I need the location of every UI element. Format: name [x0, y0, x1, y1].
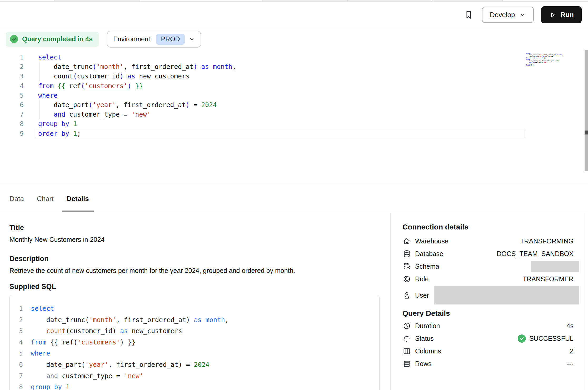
tab-data[interactable]: Data	[9, 185, 24, 212]
line-number: 8	[10, 382, 23, 390]
code-text: where	[23, 348, 50, 359]
code-text: date_part('year', first_ordered_at) = 20…	[23, 359, 210, 371]
code-text: count(customer_id) as new_customers	[24, 72, 190, 81]
code-text: order by 1;	[24, 129, 81, 138]
query-status-row: Query completed in 4s Environment: PROD	[0, 28, 588, 50]
code-text: group by 1	[23, 382, 70, 390]
chevron-down-icon	[520, 12, 526, 18]
code-line: 8group by 1	[0, 119, 236, 129]
detail-row-database: DatabaseDOCS_TEAM_SANDBOX	[402, 247, 574, 260]
detail-value: TRANSFORMING	[520, 237, 574, 245]
detail-value: TRANSFORMER	[523, 275, 574, 283]
code-line: 7 and customer_type = 'new'	[0, 110, 236, 119]
tab-strip-divider	[347, 0, 348, 1]
scrollbar-thumb[interactable]	[585, 131, 588, 134]
code-text: date_trunc('month', first_ordered_at) as…	[24, 62, 236, 72]
supplied-sql-code: 1select2 date_trunc('month', first_order…	[10, 303, 379, 390]
query-completed-text: Query completed in 4s	[22, 35, 93, 43]
tab-strip-segment	[262, 0, 347, 1]
code-line: 1select	[10, 303, 379, 314]
role-icon	[402, 275, 411, 283]
supplied-sql-heading: Supplied SQL	[9, 282, 390, 291]
line-number: 9	[0, 129, 24, 138]
status-success-badge: SUCCESSFUL	[518, 334, 574, 343]
code-line: 9order by 1;	[0, 129, 236, 138]
code-line: 6 date_part('year', first_ordered_at) = …	[10, 359, 379, 371]
code-text: select	[24, 53, 62, 62]
status-icon	[402, 334, 411, 343]
connection-details-heading: Connection details	[402, 223, 574, 232]
user-icon	[402, 291, 411, 299]
detail-label: User	[415, 292, 429, 299]
redacted-value	[434, 286, 579, 304]
redacted-value	[531, 261, 579, 272]
check-circle-icon	[10, 35, 18, 43]
code-line: 9order by 1;	[525, 65, 556, 67]
detail-row-rows: Rows---	[402, 357, 574, 370]
detail-value: SUCCESSFUL	[529, 335, 574, 342]
tab-strip-segment	[432, 0, 502, 1]
code-text: from {{ ref('customers') }}	[24, 81, 143, 91]
columns-icon	[402, 347, 411, 355]
title-value: Monthly New Customers in 2024	[9, 236, 390, 243]
detail-label: Status	[415, 335, 434, 342]
tab-strip-segment	[348, 0, 431, 1]
code-line: 4from {{ ref('customers') }}	[10, 337, 379, 348]
schema-icon	[402, 262, 411, 271]
detail-value: ---	[567, 360, 574, 368]
query-details-heading: Query Details	[402, 309, 574, 318]
develop-button[interactable]: Develop	[482, 7, 534, 23]
develop-button-label: Develop	[490, 11, 515, 19]
code-text: and customer_type = 'new'	[23, 371, 143, 382]
editor-minimap[interactable]: 1select2 date_trunc('month', first_order…	[525, 53, 556, 67]
tab-strip-divider	[262, 0, 262, 1]
run-button[interactable]: Run	[541, 6, 582, 23]
tab-strip-divider	[502, 0, 503, 1]
detail-label: Rows	[415, 360, 432, 368]
check-circle-icon	[518, 334, 526, 343]
code-text: count(customer_id) as new_customers	[23, 326, 182, 337]
detail-row-role: RoleTRANSFORMER	[402, 273, 574, 285]
line-number: 5	[0, 91, 24, 100]
tab-strip-divider	[139, 0, 139, 1]
sql-editor[interactable]: 1select2 date_trunc('month', first_order…	[0, 50, 588, 185]
line-number: 2	[10, 314, 23, 326]
code-text: select	[23, 303, 54, 314]
code-line: 1select	[0, 53, 236, 62]
code-text: date_trunc('month', first_ordered_at) as…	[23, 314, 229, 326]
detail-value: 2	[570, 347, 574, 355]
detail-value: DOCS_TEAM_SANDBOX	[497, 250, 574, 258]
code-text: and customer_type = 'new'	[24, 110, 151, 119]
tab-chart[interactable]: Chart	[37, 185, 54, 212]
details-left-column: Title Monthly New Customers in 2024 Desc…	[0, 213, 390, 390]
bookmark-icon[interactable]	[463, 9, 475, 21]
line-number: 5	[10, 348, 23, 359]
code-line: 8group by 1	[10, 382, 379, 390]
code-text: where	[24, 91, 58, 100]
query-details-rows: Duration4sStatusSUCCESSFULColumns2Rows--…	[402, 319, 574, 370]
tab-details[interactable]: Details	[67, 185, 89, 212]
line-number: 4	[10, 337, 23, 348]
code-line: 6 date_part('year', first_ordered_at) = …	[0, 100, 236, 110]
line-number: 7	[10, 371, 23, 382]
query-completed-badge: Query completed in 4s	[6, 32, 99, 47]
environment-dropdown[interactable]: Environment: PROD	[107, 31, 201, 48]
result-tabbar: DataChartDetails	[0, 185, 588, 212]
description-value: Retrieve the count of new customers per …	[9, 267, 390, 274]
warehouse-icon	[402, 237, 411, 245]
line-number: 6	[0, 100, 24, 110]
line-number: 4	[0, 81, 24, 91]
detail-row-status: StatusSUCCESSFUL	[402, 332, 574, 345]
detail-label: Duration	[415, 322, 440, 330]
code-line: 7 and customer_type = 'new'	[10, 371, 379, 382]
editor-scrollbar[interactable]	[585, 50, 588, 171]
line-number: 3	[10, 326, 23, 337]
detail-row-schema: Schema	[402, 260, 574, 273]
line-number: 1	[0, 53, 24, 62]
details-right-column: Connection details WarehouseTRANSFORMING…	[390, 213, 588, 390]
detail-row-duration: Duration4s	[402, 319, 574, 332]
line-number: 2	[0, 62, 24, 72]
title-heading: Title	[9, 223, 390, 232]
clock-icon	[402, 322, 411, 330]
chevron-down-icon	[189, 36, 195, 42]
